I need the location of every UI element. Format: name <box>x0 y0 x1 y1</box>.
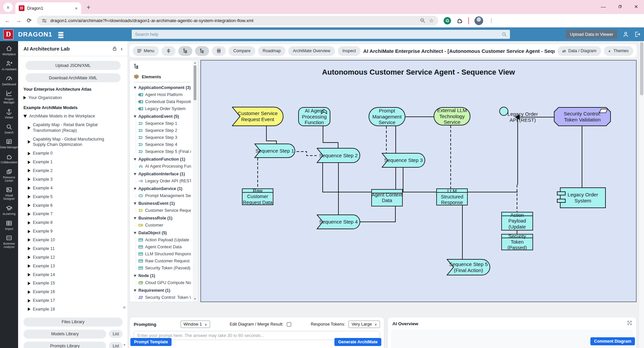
sidebar-item-your-organization[interactable]: Your Organization <box>23 95 123 101</box>
element-item-sequence-step-4[interactable]: Sequence Step 4 <box>138 142 191 147</box>
element-group-applicationevent-5[interactable]: ApplicationEvent (5) <box>134 114 191 119</box>
collapse-triangle-icon[interactable] <box>134 87 136 89</box>
element-item-agent-host-platform[interactable]: Agent Host Platform <box>138 92 191 97</box>
roadmap-button[interactable]: Roadmap <box>258 46 285 56</box>
element-item-customer-service-reque[interactable]: Customer Service Reque… <box>138 208 191 213</box>
models-library-button[interactable]: Models Library <box>23 330 106 339</box>
inspect-button[interactable]: Inspect <box>338 46 361 56</box>
page-scrollbar[interactable] <box>639 41 644 348</box>
diagram-node-sequence-step-5-final-action[interactable]: Sequence Step 5 (Final Action) <box>447 259 490 275</box>
app-menu-icon[interactable]: ▬▬▬ <box>58 31 63 37</box>
diagram-node-prompt-management-service[interactable]: Prompt Management Service <box>369 107 405 126</box>
expand-triangle-icon[interactable] <box>28 169 30 172</box>
element-item-agent-context-data[interactable]: Agent Context Data <box>138 245 191 249</box>
diagram-node-sequence-step-4[interactable]: Sequence Step 4 <box>317 214 360 229</box>
expand-triangle-icon[interactable] <box>28 178 30 181</box>
rail-item-search[interactable]: Search <box>0 123 18 135</box>
element-item-sequence-step-1[interactable]: Sequence Step 1 <box>138 121 191 126</box>
expand-icon[interactable] <box>627 320 632 326</box>
reload-icon[interactable]: ⟳ <box>27 18 31 23</box>
window-close-button[interactable]: × <box>634 3 638 10</box>
browser-tab[interactable]: D Dragon1 × <box>15 2 81 14</box>
prompt-template-button[interactable]: Prompt Template <box>130 338 172 346</box>
element-item-security-token-passed[interactable]: Security Token (Passed) <box>138 266 191 270</box>
rail-item-project-manager[interactable]: Project Manager <box>0 90 18 104</box>
zoom-out-icon[interactable] <box>420 18 426 23</box>
user-icon[interactable] <box>623 31 629 37</box>
collapse-triangle-icon[interactable] <box>23 115 27 118</box>
expand-triangle-icon[interactable] <box>28 161 30 164</box>
tree-view-button[interactable] <box>178 46 192 56</box>
sidebar-item-example-4[interactable]: Example 4 <box>28 185 123 191</box>
sidebar-item-capability-map-global-manufacturing-supp[interactable]: Capability Map - Global Manufacturing Su… <box>28 137 123 148</box>
sidebar-item-example-13[interactable]: Example 13 <box>28 263 123 269</box>
element-item-llm-structured-response[interactable]: LLM Structured Response <box>138 252 191 256</box>
collapse-triangle-icon[interactable] <box>134 173 136 175</box>
new-tab-button[interactable]: + <box>86 4 90 11</box>
sidebar-scrollbar-thumb[interactable] <box>123 306 126 309</box>
prompts-library-button[interactable]: Prompts Library <box>23 342 106 348</box>
expand-triangle-icon[interactable] <box>28 195 30 198</box>
diagram-node-raw-customer-request-data[interactable]: Raw Customer Request Data <box>242 188 273 205</box>
element-item-legacy-order-api-rest[interactable]: Legacy Order API (REST) <box>138 179 191 183</box>
rail-item-workplace[interactable]: Workplace <box>0 45 18 56</box>
element-item-sequence-step-2[interactable]: Sequence Step 2 <box>138 128 191 133</box>
diagram-node-security-control-token-validation[interactable]: Security Control: Token Validation <box>554 107 611 126</box>
element-group-dataobject-5[interactable]: DataObject (5) <box>134 231 191 235</box>
sidebar-item-example-18[interactable]: Example 18 <box>28 307 123 312</box>
expand-triangle-icon[interactable] <box>23 96 26 99</box>
sidebar-item-example-1[interactable]: Example 1 <box>28 159 123 165</box>
sidebar-item-example-0[interactable]: Example 0 <box>28 151 123 156</box>
expand-triangle-icon[interactable] <box>28 204 30 207</box>
sidebar-item-example-7[interactable]: Example 7 <box>28 211 123 217</box>
expand-triangle-icon[interactable] <box>28 247 30 250</box>
collapse-triangle-icon[interactable] <box>134 232 136 234</box>
diagram-node-sequence-step-2[interactable]: Sequence Step 2 <box>317 148 360 163</box>
expand-triangle-icon[interactable] <box>28 273 30 276</box>
menu-button[interactable]: Menu <box>133 46 159 56</box>
collapse-triangle-icon[interactable] <box>134 217 136 220</box>
diagram-node-sequence-step-3[interactable]: Sequence Step 3 <box>382 153 425 168</box>
sidebar-item-example-5[interactable]: Example 5 <box>28 194 123 200</box>
sidebar-item-example-11[interactable]: Example 11 <box>28 246 123 252</box>
sidebar-item-example-2[interactable]: Example 2 <box>28 168 123 174</box>
download-archimate-xml-button[interactable]: Download ArchiMate XML <box>25 73 121 82</box>
layout-sliders-button[interactable] <box>162 46 176 56</box>
upload-data-viewer-button[interactable]: Upload Data in Viewer <box>566 30 617 39</box>
rail-item-ai-assistant[interactable]: AI Assistant <box>0 60 18 71</box>
elements-tree-icon[interactable] <box>134 64 191 69</box>
logout-icon[interactable] <box>634 31 641 37</box>
tab-close-icon[interactable]: × <box>75 6 78 11</box>
diagram-node-external-llm-technology-service[interactable]: External LLM Technology Service <box>434 107 470 125</box>
element-group-applicationfunction-1[interactable]: ApplicationFunction (1) <box>134 157 191 162</box>
expand-triangle-icon[interactable] <box>28 230 30 233</box>
sidebar-collapse-icon[interactable]: ‹ <box>121 46 123 52</box>
sidebar-item-example-8[interactable]: Example 8 <box>28 220 123 226</box>
diagram-node-legacy-order-system[interactable]: Legacy Order System <box>560 187 606 208</box>
diagram-node-action-payload-update[interactable]: Action Payload (Update <box>501 212 533 231</box>
collapse-triangle-icon[interactable] <box>134 158 136 161</box>
models-library-list-button[interactable]: List <box>109 330 123 338</box>
tab-search-chevron-button[interactable]: ∨ <box>3 3 13 12</box>
site-info-icon[interactable] <box>42 18 47 23</box>
expand-triangle-icon[interactable] <box>28 126 30 129</box>
search-icon[interactable] <box>502 32 507 37</box>
collapse-triangle-icon[interactable] <box>134 188 136 190</box>
diagram-node-legacy-order-api-rest[interactable]: Legacy Order API (REST) <box>499 107 546 124</box>
generate-archimate-button[interactable]: Generate ArchiMate <box>334 338 381 346</box>
rail-item-collaboration[interactable]: Collaboration <box>0 153 18 164</box>
expand-triangle-icon[interactable] <box>28 212 30 216</box>
themes-button[interactable]: ◐ Themes <box>604 46 633 56</box>
expand-triangle-icon[interactable] <box>28 238 30 242</box>
dragon1-logo[interactable]: D <box>3 29 13 39</box>
page-scrollbar-thumb[interactable] <box>640 42 643 95</box>
back-icon[interactable]: ← <box>5 18 10 23</box>
diagram-node-customer-service-request-event[interactable]: Customer Service Request Event <box>232 107 283 126</box>
expand-triangle-icon[interactable] <box>28 140 30 144</box>
lock-icon[interactable] <box>112 46 117 51</box>
element-item-prompt-management-ser[interactable]: Prompt Management Ser… <box>138 193 191 198</box>
diagram-node-agent-context-data[interactable]: Agent Context Data <box>371 189 403 206</box>
edit-merge-checkbox[interactable] <box>287 322 291 327</box>
element-group-applicationservice-1[interactable]: ApplicationService (1) <box>134 186 191 191</box>
expand-triangle-icon[interactable] <box>28 282 30 285</box>
